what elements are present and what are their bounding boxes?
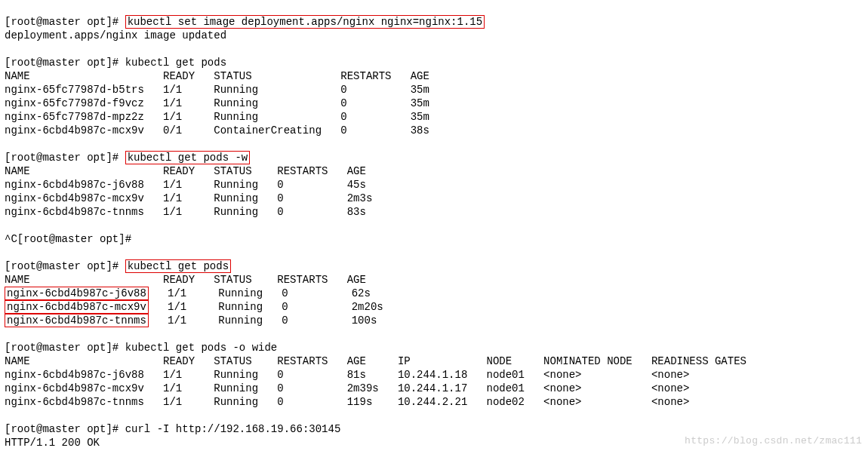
pods-table-1: NAME READY STATUS RESTARTS AGE nginx-65f…	[5, 69, 863, 137]
prompt: [root@master opt]#	[5, 423, 125, 435]
cmd-set-image: kubectl set image deployment.apps/nginx …	[125, 15, 485, 29]
prompt: [root@master opt]#	[5, 152, 125, 164]
prompt: [root@master opt]#	[5, 57, 125, 69]
cmd-get-pods: kubectl get pods	[125, 57, 226, 69]
pod-name: nginx-6cbd4b987c-mcx9v	[5, 300, 149, 314]
msg-updated: deployment.apps/nginx image updated	[5, 29, 863, 42]
pods-table-3: NAME READY STATUS RESTARTS AGE nginx-6cb…	[5, 273, 863, 327]
terminal[interactable]: [root@master opt]# kubectl set image dep…	[0, 0, 868, 454]
cmd-curl: curl -I http://192.168.19.66:30145	[125, 423, 341, 435]
prompt: [root@master opt]#	[5, 342, 125, 354]
cmd-get-pods-w: kubectl get pods -w	[125, 151, 251, 164]
prompt-ctrlc: ^C[root@master opt]#	[5, 233, 137, 245]
cmd-get-pods-wide: kubectl get pods -o wide	[125, 342, 278, 354]
prompt: [root@master opt]#	[5, 16, 125, 28]
cmd-get-pods-2: kubectl get pods	[125, 259, 231, 273]
pod-name: nginx-6cbd4b987c-j6v88	[5, 287, 149, 300]
pods-table-wide: NAME READY STATUS RESTARTS AGE IP NODE N…	[5, 354, 863, 409]
prompt: [root@master opt]#	[5, 260, 125, 272]
pod-name: nginx-6cbd4b987c-tnnms	[5, 314, 149, 327]
watermark: https://blog.csdn.net/zmac111	[685, 434, 862, 448]
pods-table-2: NAME READY STATUS RESTARTS AGE nginx-6cb…	[5, 164, 863, 219]
